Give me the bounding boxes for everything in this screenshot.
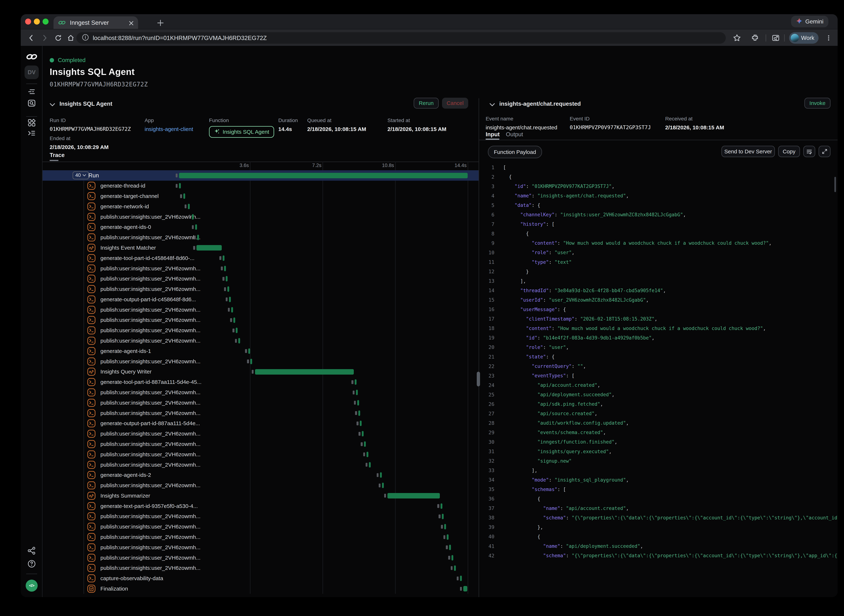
trace-row[interactable]: generate-output-part-id-887aa111-5d4e... — [42, 418, 479, 428]
trace-row[interactable]: generate-network-id — [42, 201, 479, 211]
help-icon[interactable] — [21, 557, 42, 571]
runs-icon[interactable] — [21, 85, 42, 98]
trace-row[interactable]: Insights Event Matcher — [42, 243, 479, 253]
trace-row[interactable]: capture-observability-data — [42, 573, 479, 584]
expand-icon[interactable] — [819, 146, 831, 157]
inngest-logo[interactable] — [21, 50, 42, 63]
payload-json-editor[interactable]: 1[2 {3 "id": "01KHRMPVZP0V977KAT2GP3ST7J… — [479, 163, 838, 597]
step-icon — [87, 471, 95, 479]
event-section-header[interactable]: insights-agent/chat.requested — [489, 98, 581, 109]
trace-row[interactable]: publish:user:insights:user_2VH6zowmh... — [42, 511, 479, 522]
field-value[interactable]: insights-agent-client — [145, 126, 193, 132]
invoke-button[interactable]: Invoke — [804, 98, 831, 109]
trace-row[interactable]: generate-agent-ids-0 — [42, 222, 479, 232]
trace-row[interactable]: Insights Summarizer — [42, 490, 479, 501]
event-search-icon[interactable] — [21, 97, 42, 110]
run-section-header[interactable]: Insights SQL Agent — [50, 98, 113, 109]
close-tab-icon[interactable] — [129, 18, 134, 28]
scrollbar-thumb[interactable] — [834, 177, 836, 192]
trace-row[interactable]: generate-target-channel — [42, 191, 479, 201]
zoom-window-button[interactable] — [42, 19, 48, 25]
queue-marker — [228, 308, 230, 312]
trace-row[interactable]: publish:user:insights:user_2VH6zowmh... — [42, 211, 479, 222]
close-window-button[interactable] — [25, 19, 31, 25]
share-icon[interactable] — [21, 544, 42, 557]
home-icon[interactable] — [66, 33, 75, 43]
trace-row[interactable]: publish:user:insights:user_2VH6zowmh... — [42, 459, 479, 470]
code-line: 2 { — [479, 172, 838, 182]
trace-row-label: generate-target-channel — [100, 193, 158, 199]
cancel-button[interactable]: Cancel — [442, 98, 468, 109]
trace-root-row[interactable]: 40 Run — [42, 170, 479, 180]
trace-row[interactable]: publish:user:insights:user_2VH6zowmh... — [42, 428, 479, 439]
trace-row[interactable]: publish:user:insights:user_2VH6zowmh... — [42, 263, 479, 274]
trace-row[interactable]: publish:user:insights:user_2VH6zowmh... — [42, 315, 479, 325]
trace-row[interactable]: publish:user:insights:user_2VH6zowmh... — [42, 439, 479, 449]
send-to-dev-server-button[interactable]: Send to Dev Server — [721, 146, 775, 157]
back-icon[interactable] — [26, 33, 35, 43]
trace-row-label: publish:user:insights:user_2VH6zowmh... — [100, 234, 201, 241]
browser-tab[interactable]: Inngest Server — [53, 16, 138, 29]
trace-row[interactable]: publish:user:insights:user_2VH6zowmh... — [42, 232, 479, 243]
trace-row[interactable]: publish:user:insights:user_2VH6zowmh... — [42, 522, 479, 532]
tab-input[interactable]: Input — [486, 131, 500, 138]
minimize-window-button[interactable] — [34, 19, 40, 25]
search-tabs-icon[interactable] — [771, 33, 780, 43]
trace-row[interactable]: generate-agent-ids-1 — [42, 346, 479, 356]
extensions-icon[interactable] — [750, 33, 760, 43]
step-icon — [87, 399, 95, 407]
trace-row[interactable]: Finalization — [42, 584, 479, 594]
chevron-down-icon[interactable] — [50, 99, 55, 109]
trace-bar — [364, 441, 366, 447]
workspace-avatar[interactable]: DV — [25, 66, 39, 79]
site-info-icon[interactable] — [82, 33, 89, 43]
trace-row[interactable]: generate-thread-id — [42, 180, 479, 191]
trace-row[interactable]: publish:user:insights:user_2VH6zowmh... — [42, 553, 479, 563]
trace-row[interactable]: generate-tool-part-id-c458648f-8d60-... — [42, 253, 479, 263]
trace-row[interactable]: publish:user:insights:user_2VH6zowmh... — [42, 305, 479, 315]
tab-output[interactable]: Output — [506, 131, 523, 138]
gemini-button[interactable]: Gemini — [791, 16, 828, 27]
trace-row[interactable]: publish:user:insights:user_2VH6zowmh... — [42, 397, 479, 408]
chevron-down-icon[interactable] — [489, 99, 495, 109]
timeline-tick-label: 14.4s — [443, 163, 467, 168]
word-wrap-icon[interactable] — [803, 146, 815, 157]
trace-row[interactable]: publish:user:insights:user_2VH6zowmh... — [42, 449, 479, 459]
code-line: 1[ — [479, 163, 838, 172]
row-count-badge[interactable]: 40 — [73, 172, 89, 179]
step-icon — [87, 523, 95, 531]
trace-bar — [255, 369, 354, 375]
trace-row[interactable]: publish:user:insights:user_2VH6zowmh... — [42, 480, 479, 491]
trace-row[interactable]: generate-tool-part-id-887aa111-5d4e-45..… — [42, 377, 479, 387]
tab-trace[interactable]: Trace — [50, 152, 64, 158]
rerun-button[interactable]: Rerun — [414, 98, 439, 109]
trace-row[interactable]: publish:user:insights:user_2VH6zowmh... — [42, 563, 479, 573]
copy-button[interactable]: Copy — [778, 146, 800, 157]
trace-row[interactable]: publish:user:insights:user_2VH6zowmh... — [42, 325, 479, 336]
trace-row[interactable]: Insights Query Writer — [42, 367, 479, 377]
dev-tools-button[interactable]: </> — [26, 579, 38, 592]
functions-icon[interactable] — [21, 127, 42, 140]
bookmark-star-icon[interactable] — [732, 33, 741, 43]
function-chip[interactable]: Insights SQL Agent — [209, 126, 274, 138]
trace-row[interactable]: publish:user:insights:user_2VH6zowmh... — [42, 274, 479, 284]
forward-icon[interactable] — [40, 33, 50, 43]
trace-row[interactable]: generate-output-part-id-c458648f-8d6... — [42, 294, 479, 305]
code-line: 31 "insights/query.executed", — [479, 447, 838, 456]
browser-menu-kebab-icon[interactable] — [824, 33, 833, 43]
profile-chip[interactable]: Work — [789, 32, 819, 44]
trace-row[interactable]: generate-agent-ids-2 — [42, 470, 479, 480]
trace-row[interactable]: publish:user:insights:user_2VH6zowmh... — [42, 356, 479, 367]
trace-row[interactable]: generate-text-part-id-9357e5f0-a530-4... — [42, 501, 479, 511]
trace-row[interactable]: publish:user:insights:user_2VH6zowmh... — [42, 542, 479, 553]
address-bar[interactable]: localhost:8288/run?runID=01KHRMPW77GVMAJ… — [76, 32, 726, 44]
panel-resize-handle[interactable] — [477, 372, 480, 386]
trace-row[interactable]: publish:user:insights:user_2VH6zowmh... — [42, 387, 479, 398]
new-tab-button[interactable] — [155, 18, 166, 28]
function-payload-pill[interactable]: Function Payload — [488, 146, 542, 158]
trace-row[interactable]: publish:user:insights:user_2VH6zowmh... — [42, 336, 479, 346]
trace-row[interactable]: publish:user:insights:user_2VH6zowmh... — [42, 408, 479, 418]
trace-row[interactable]: publish:user:insights:user_2VH6zowmh... — [42, 532, 479, 542]
reload-icon[interactable] — [53, 33, 63, 43]
trace-row[interactable]: publish:user:insights:user_2VH6zowmh... — [42, 284, 479, 294]
